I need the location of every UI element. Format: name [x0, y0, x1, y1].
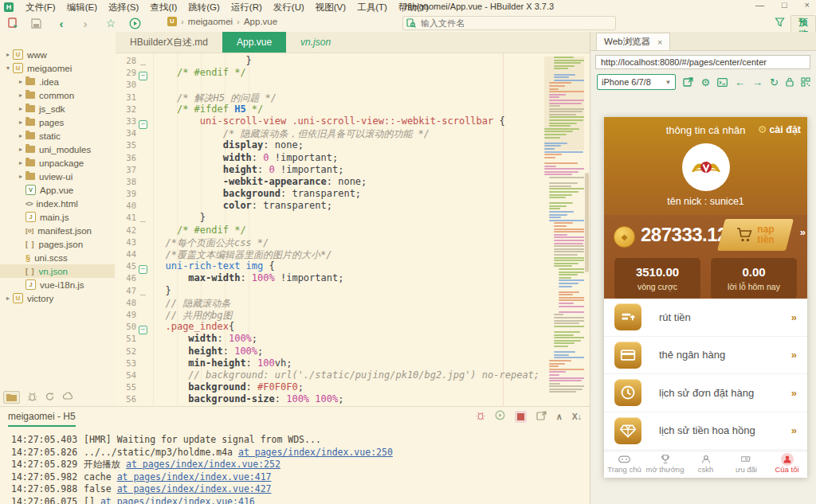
editor-tab-app.vue[interactable]: App.vue — [222, 32, 286, 53]
project-manager-tab-icon[interactable] — [3, 391, 20, 404]
console-stop-icon[interactable] — [515, 411, 527, 423]
log-source-link[interactable]: at pages/index/index.vue:252 — [126, 459, 280, 470]
chevron-right-icon[interactable]: ▸ — [16, 105, 26, 112]
chevron-right-icon[interactable]: ▸ — [16, 78, 26, 85]
search-input[interactable] — [419, 18, 598, 29]
nav-item-của-tôi[interactable]: Của tôi — [767, 451, 807, 478]
tree-item-.idea[interactable]: ▸.idea — [0, 75, 115, 88]
log-source-link[interactable]: at pages/index/index.vue:416 — [100, 496, 255, 504]
filter-funnel-icon[interactable] — [775, 17, 785, 29]
menu-item-lịch-sử-tiền-hoa-hồng[interactable]: lịch sử tiền hoa hồng» — [604, 412, 807, 451]
tree-item-pages[interactable]: ▸pages — [0, 115, 115, 129]
save-icon[interactable] — [29, 16, 43, 30]
forward-icon[interactable]: › — [78, 16, 92, 30]
console-log-line: 14:27:05.826../../static/mp3/holdme.m4a … — [11, 447, 590, 459]
tree-item-manifest.json[interactable]: [o]manifest.json — [0, 224, 115, 237]
console-tab[interactable]: meigaomei - H5 — [8, 411, 76, 427]
favorite-star-icon[interactable]: ☆ — [104, 16, 118, 30]
device-selector[interactable]: iPhone 6/7/8 ▼ — [597, 74, 676, 90]
browser-refresh-icon[interactable]: ↻ — [770, 76, 779, 88]
chevron-right-icon[interactable]: ▸ — [16, 132, 26, 139]
chevron-right-icon[interactable]: ▸ — [3, 51, 13, 58]
debug-bug-icon[interactable] — [27, 392, 37, 404]
tree-item-main.js[interactable]: Jmain.js — [0, 210, 115, 224]
console-restart-icon[interactable] — [495, 410, 505, 423]
qr-code-icon[interactable] — [801, 77, 810, 87]
console-bug-icon[interactable] — [476, 411, 485, 423]
chevron-down-icon[interactable]: ▾ — [3, 64, 13, 72]
devtools-console-icon[interactable] — [717, 78, 728, 87]
menu-item-7[interactable]: 视图(V) — [316, 2, 346, 14]
tree-item-vn.json[interactable]: [ ]vn.json — [0, 264, 115, 278]
new-file-icon[interactable] — [6, 16, 21, 30]
tree-item-vue-i18n.js[interactable]: Jvue-i18n.js — [0, 278, 115, 291]
menu-item-thẻ-ngân-hàng[interactable]: thẻ ngân hàng» — [604, 337, 807, 375]
tree-item-app.vue[interactable]: VApp.vue — [0, 183, 115, 197]
console-clear-icon[interactable]: X↓ — [572, 412, 582, 421]
run-icon[interactable] — [128, 16, 142, 30]
chevron-right-icon[interactable]: ▸ — [3, 295, 13, 302]
browser-tab[interactable]: Web浏览器 × — [596, 33, 670, 50]
open-external-icon[interactable] — [683, 77, 693, 87]
close-button[interactable]: × — [805, 0, 810, 10]
browser-forward-icon[interactable]: → — [752, 76, 763, 88]
chevron-right-icon[interactable]: ▸ — [16, 159, 26, 166]
menu-item-8[interactable]: 工具(T) — [357, 2, 387, 14]
recharge-button[interactable]: nạptiền — [721, 219, 790, 251]
menu-item-0[interactable]: 文件(F) — [26, 2, 56, 14]
tree-item-unpackage[interactable]: ▸unpackage — [0, 156, 115, 170]
folder-icon — [26, 92, 35, 99]
tree-item-index.html[interactable]: <>index.html — [0, 197, 115, 210]
minimap[interactable] — [544, 57, 584, 403]
browser-back-icon[interactable]: ← — [735, 76, 745, 88]
tree-item-meigaomei[interactable]: ▾Umeigaomei — [0, 61, 115, 75]
editor-tab-vn.json[interactable]: vn.json — [286, 32, 345, 53]
scrollbar-thumb[interactable] — [585, 173, 589, 272]
menu-item-4[interactable]: 跳转(G) — [188, 2, 220, 14]
console-open-in-editor-icon[interactable] — [536, 411, 547, 423]
console-collapse-icon[interactable]: ∧ — [556, 412, 563, 422]
menu-item-3[interactable]: 查找(I) — [150, 2, 177, 14]
tree-item-common[interactable]: ▸common — [0, 88, 115, 102]
tree-item-uview-ui[interactable]: ▸uview-ui — [0, 170, 115, 183]
browser-tab-label: Web浏览器 — [604, 36, 650, 48]
menu-item-5[interactable]: 运行(R) — [231, 2, 262, 14]
log-source-link[interactable]: at pages/index/index.vue:250 — [238, 447, 393, 458]
tree-item-js-sdk[interactable]: ▸js_sdk — [0, 102, 115, 115]
gear-icon[interactable]: ⚙ — [700, 76, 710, 88]
tree-item-www[interactable]: ▸Uwww — [0, 48, 115, 61]
menu-item-1[interactable]: 编辑(E) — [67, 2, 97, 14]
lock-icon[interactable] — [786, 77, 794, 87]
nav-item-trang-chủ[interactable]: Trang chủ — [604, 451, 645, 478]
cloud-sync-icon[interactable] — [62, 392, 73, 403]
chevron-right-icon[interactable]: ▸ — [16, 146, 26, 153]
tree-item-uni-modules[interactable]: ▸uni_modules — [0, 143, 115, 156]
tree-item-static[interactable]: ▸static — [0, 129, 115, 143]
maximize-button[interactable]: □ — [782, 0, 787, 10]
chevron-right-icon[interactable]: ▸ — [16, 92, 26, 99]
url-input[interactable] — [595, 55, 810, 69]
nav-item-ưu-đãi[interactable]: ưu đãi — [726, 451, 767, 478]
nav-item-mở-thưởng[interactable]: mở thưởng — [645, 451, 685, 478]
nav-item-cskh[interactable]: cskh — [685, 451, 726, 478]
tree-item-pages.json[interactable]: [ ]pages.json — [0, 237, 115, 251]
editor-tab-hbuilderx--.md[interactable]: HBuilderX自述.md — [116, 32, 222, 53]
tree-item-uni.scss[interactable]: §uni.scss — [0, 251, 115, 264]
menu-item-lịch-sử-đơn-đặt-hàng[interactable]: lịch sử đơn đặt hàng» — [604, 374, 807, 412]
browser-tab-close-icon[interactable]: × — [657, 37, 662, 47]
menu-item-6[interactable]: 发行(U) — [273, 2, 304, 14]
code-editor[interactable]: 28 }29− /* #endif */3031 /* 解决H5 的问题 */3… — [116, 53, 590, 406]
log-source-link[interactable]: at pages/index/index.vue:427 — [117, 483, 272, 494]
breadcrumb-project[interactable]: meigaomei — [188, 17, 233, 26]
refresh-icon[interactable] — [45, 392, 55, 404]
chevron-right-icon[interactable]: ▸ — [16, 119, 26, 126]
settings-button[interactable]: ⚙ cài đặt — [758, 123, 801, 135]
menu-item-rút-tiền[interactable]: rút tiền» — [604, 299, 807, 337]
breadcrumb-file[interactable]: App.vue — [244, 17, 277, 26]
minimize-button[interactable]: — — [755, 0, 764, 10]
log-source-link[interactable]: at pages/index/index.vue:417 — [117, 471, 272, 483]
chevron-right-icon[interactable]: ▸ — [16, 173, 26, 180]
tree-item-victory[interactable]: ▸Uvictory — [0, 291, 115, 305]
back-icon[interactable]: ‹ — [54, 16, 69, 30]
menu-item-2[interactable]: 选择(S) — [108, 2, 139, 14]
